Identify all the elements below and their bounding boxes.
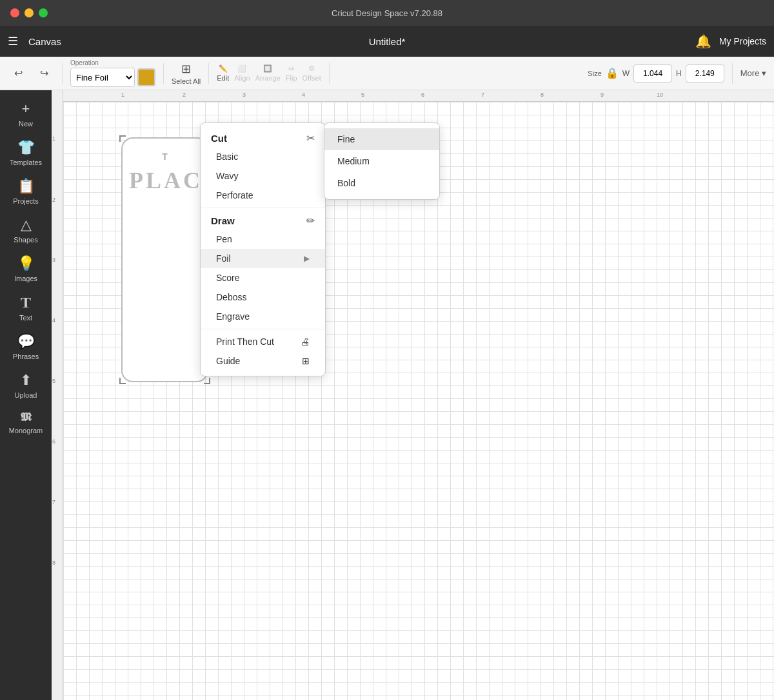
size-label: Size (588, 70, 601, 77)
ruler-v-mark-5: 5 (52, 378, 55, 384)
sidebar-item-text[interactable]: T Text (0, 289, 52, 326)
close-button[interactable] (10, 8, 19, 17)
plus-icon: + (22, 101, 30, 117)
offset-icon: ⚙ (308, 64, 315, 73)
my-projects-button[interactable]: My Projects (719, 36, 766, 46)
engrave-label: Engrave (216, 311, 250, 322)
select-all-label: Select All (172, 77, 201, 85)
align-button[interactable]: ⬜ Align (234, 64, 250, 82)
size-section: Size 🔒 W 1.044 H 2.149 (588, 64, 724, 83)
traffic-lights (10, 8, 48, 17)
ruler-v-mark-6: 6 (52, 438, 55, 445)
sidebar-item-shapes[interactable]: △ Shapes (0, 211, 52, 248)
corner-handle-bl[interactable] (119, 378, 126, 384)
flip-button[interactable]: ⇔ Flip (286, 64, 297, 82)
menu-item-guide[interactable]: Guide ⊞ (201, 351, 325, 371)
draw-label: Draw (211, 215, 235, 226)
width-input[interactable]: 1.044 (633, 64, 672, 83)
arrange-button[interactable]: 🔲 Arrange (255, 64, 281, 82)
maximize-button[interactable] (39, 8, 48, 17)
guide-label: Guide (216, 356, 240, 366)
hamburger-menu[interactable]: ☰ (8, 34, 18, 48)
menu-item-perforate[interactable]: Perforate (201, 186, 325, 205)
foil-submenu: Fine Medium Bold (324, 122, 440, 200)
redo-button[interactable]: ↪ (34, 63, 54, 84)
text-icon: T (21, 294, 31, 311)
sidebar-item-templates[interactable]: 👕 Templates (0, 134, 52, 170)
notifications-bell-icon[interactable]: 🔔 (695, 34, 711, 49)
sidebar-item-phrases[interactable]: 💬 Phrases (0, 328, 52, 364)
ruler-mark-4: 4 (302, 92, 305, 98)
height-input[interactable]: 2.149 (686, 64, 724, 83)
deboss-label: Deboss (216, 292, 246, 302)
edit-label: Edit (217, 74, 229, 82)
ruler-horizontal: 1 2 3 4 5 6 7 8 9 10 (63, 90, 774, 102)
select-all-icon: ⊞ (181, 62, 191, 76)
divider-2 (163, 63, 164, 84)
canvas-label: Canvas (28, 36, 61, 47)
sidebar-item-monogram[interactable]: 𝕸 Monogram (0, 405, 52, 438)
phone-mockup: T PLACE (121, 137, 208, 382)
printer-icon: 🖨 (301, 336, 310, 347)
ruler-mark-7: 7 (481, 92, 484, 98)
menu-item-score[interactable]: Score (201, 268, 325, 287)
select-all-button[interactable]: ⊞ Select All (172, 62, 201, 85)
flip-label: Flip (286, 74, 297, 82)
monogram-icon: 𝕸 (21, 411, 32, 424)
sidebar-item-label-phrases: Phrases (13, 353, 39, 360)
divider-1 (62, 63, 63, 84)
phone-text-place: PLACE (129, 167, 201, 194)
height-label: H (676, 69, 682, 78)
menu-item-pen[interactable]: Pen (201, 229, 325, 249)
color-swatch[interactable] (137, 68, 155, 86)
sidebar: + New 👕 Templates 📋 Projects △ Shapes 💡 … (0, 90, 52, 700)
minimize-button[interactable] (25, 8, 34, 17)
offset-button[interactable]: ⚙ Offset (303, 64, 321, 82)
ruler-v-mark-1: 1 (52, 135, 55, 142)
app-title: Cricut Design Space v7.20.88 (332, 8, 442, 18)
scissors-icon: ✂ (306, 132, 315, 144)
menu-item-print-then-cut[interactable]: Print Then Cut 🖨 (201, 332, 325, 351)
operation-section: Operation Fine Foil (70, 59, 155, 87)
ruler-v-mark-8: 8 (52, 559, 55, 566)
more-button[interactable]: More ▾ (740, 68, 766, 78)
flip-icon: ⇔ (288, 64, 294, 73)
menu-item-foil[interactable]: Foil ▶ (201, 249, 325, 268)
undo-button[interactable]: ↩ (8, 63, 28, 84)
canvas-area[interactable]: 1 2 3 4 5 6 7 8 9 10 1 2 3 4 5 6 7 8 (52, 90, 774, 700)
draw-section-header: Draw ✏ (201, 211, 325, 229)
ruler-mark-9: 9 (600, 92, 604, 98)
edit-button[interactable]: ✏️ Edit (217, 64, 229, 82)
corner-handle-br[interactable] (204, 378, 210, 384)
ruler-mark-3: 3 (243, 92, 246, 98)
menu-item-engrave[interactable]: Engrave (201, 307, 325, 326)
menu-item-basic[interactable]: Basic (201, 147, 325, 166)
ruler-v-mark-7: 7 (52, 499, 55, 505)
foil-label: Foil (216, 253, 231, 264)
basic-label: Basic (216, 151, 238, 162)
sidebar-item-projects[interactable]: 📋 Projects (0, 173, 52, 209)
phone-content: T PLACE (123, 139, 207, 207)
submenu-item-medium[interactable]: Medium (324, 150, 439, 172)
menu-divider-2 (201, 329, 325, 329)
submenu-item-fine[interactable]: Fine (324, 128, 439, 150)
sidebar-item-new[interactable]: + New (0, 95, 52, 131)
submenu-item-bold[interactable]: Bold (324, 172, 439, 194)
menu-item-deboss[interactable]: Deboss (201, 287, 325, 307)
corner-handle-tl[interactable] (119, 135, 126, 142)
toolbar: ↩ ↪ Operation Fine Foil ⊞ Select All ✏️ … (0, 57, 774, 90)
edit-icon: ✏️ (219, 64, 228, 73)
sidebar-item-label-new: New (19, 120, 33, 128)
images-icon: 💡 (17, 255, 35, 272)
pen-label: Pen (216, 234, 232, 244)
arrange-icon: 🔲 (263, 64, 272, 73)
menu-item-wavy[interactable]: Wavy (201, 166, 325, 186)
shapes-icon: △ (21, 217, 32, 233)
operation-dropdown: Cut ✂ Basic Wavy Perforate Draw ✏ Pen (200, 122, 326, 376)
sidebar-item-images[interactable]: 💡 Images (0, 250, 52, 286)
wavy-label: Wavy (216, 171, 238, 181)
phrases-icon: 💬 (17, 333, 35, 350)
perforate-label: Perforate (216, 190, 253, 200)
operation-select[interactable]: Fine Foil (70, 68, 135, 87)
sidebar-item-upload[interactable]: ⬆ Upload (0, 367, 52, 403)
